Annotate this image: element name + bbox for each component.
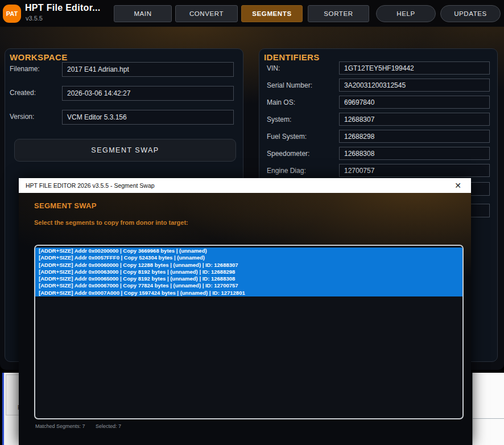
screen: PAT HPT File Editor... v3.5.5 MAIN CONVE… [0, 0, 504, 445]
segment-row[interactable]: [ADDR+SIZE] Addr 0x00060000 | Copy 12288… [35, 262, 462, 269]
segment-row[interactable]: [ADDR+SIZE] Addr 0x00063000 | Copy 8192 … [35, 269, 462, 275]
segment-row[interactable]: [ADDR+SIZE] Addr 0x0057FFF0 | Copy 52430… [35, 254, 462, 261]
segment-row[interactable]: [ADDR+SIZE] Addr 0x0007A000 | Copy 15974… [35, 290, 462, 296]
dialog-heading: SEGMENT SWAP [34, 201, 97, 210]
segments-list: [ADDR+SIZE] Addr 0x00200000 | Copy 36699… [35, 248, 462, 296]
matched-segments-count: Matched Segments: 7 [35, 423, 85, 429]
serial-number-field[interactable]: 3A20031200312545 [339, 79, 490, 92]
main-os-field[interactable]: 69697840 [339, 96, 490, 109]
tab-help[interactable]: HELP [376, 5, 436, 22]
created-label: Created: [10, 89, 36, 97]
main-os-label: Main OS: [267, 98, 295, 106]
app-header: PAT HPT File Editor... v3.5.5 MAIN CONVE… [0, 0, 504, 27]
speedometer-field[interactable]: 12688308 [339, 147, 490, 160]
vin-field[interactable]: 1GT12TEY5HF199442 [339, 61, 490, 75]
segments-listbox[interactable]: [ADDR+SIZE] Addr 0x00200000 | Copy 36699… [34, 245, 464, 419]
speedometer-label: Speedometer: [267, 150, 309, 158]
serial-number-label: Serial Number: [267, 81, 312, 89]
segment-row[interactable]: [ADDR+SIZE] Addr 0x00200000 | Copy 36699… [35, 248, 462, 254]
system-label: System: [267, 116, 291, 123]
dialog-instruction: Select the segments to copy from donor i… [34, 219, 188, 226]
background-window-row-divider [473, 418, 504, 419]
segment-swap-button[interactable]: SEGMENT SWAP [14, 139, 236, 162]
background-window-accent-stripe [2, 373, 4, 445]
engine-diag-label: Engine Diag: [267, 167, 306, 175]
app-version: v3.5.5 [26, 15, 43, 22]
tab-updates[interactable]: UPDATES [440, 5, 501, 22]
tab-sorter[interactable]: SORTER [308, 5, 369, 22]
version-label: Version: [10, 113, 34, 121]
dialog-titlebar[interactable]: HPT FILE EDITOR 2026 v3.5.5 - Segment Sw… [19, 178, 471, 193]
background-window-right[interactable] [472, 373, 504, 445]
filename-label: Filename: [10, 65, 40, 73]
segment-swap-dialog: HPT FILE EDITOR 2026 v3.5.5 - Segment Sw… [19, 178, 471, 445]
segment-row[interactable]: [ADDR+SIZE] Addr 0x00067000 | Copy 77824… [35, 282, 462, 289]
identifiers-title: IDENTIFIERS [264, 52, 320, 62]
tab-main[interactable]: MAIN [114, 5, 172, 22]
dialog-title: HPT FILE EDITOR 2026 v3.5.5 - Segment Sw… [19, 182, 155, 189]
created-field[interactable]: 2026-03-06 14:42:27 [62, 86, 234, 101]
fuel-system-field[interactable]: 12688298 [339, 130, 490, 143]
vin-label: VIN: [267, 64, 280, 72]
tab-convert[interactable]: CONVERT [175, 5, 238, 22]
segment-row[interactable]: [ADDR+SIZE] Addr 0x00065000 | Copy 8192 … [35, 275, 462, 282]
status-bar: Matched Segments: 7 Selected: 7 [35, 423, 130, 429]
engine-diag-field[interactable]: 12700757 [339, 164, 490, 177]
system-field[interactable]: 12688307 [339, 113, 490, 126]
workspace-title: WORKSPACE [10, 52, 68, 62]
app-title: HPT File Editor... [25, 3, 101, 13]
filename-field[interactable]: 2017 E41 Adrian.hpt [62, 62, 234, 77]
pat-logo: PAT [3, 5, 21, 23]
selected-count: Selected: 7 [96, 423, 121, 429]
fuel-system-label: Fuel System: [267, 133, 307, 141]
version-field[interactable]: VCM Editor 5.3.156 [62, 110, 234, 125]
tab-segments[interactable]: SEGMENTS [241, 5, 303, 22]
dialog-body: SEGMENT SWAP Select the segments to copy… [19, 193, 471, 445]
close-icon[interactable]: ✕ [448, 178, 468, 193]
